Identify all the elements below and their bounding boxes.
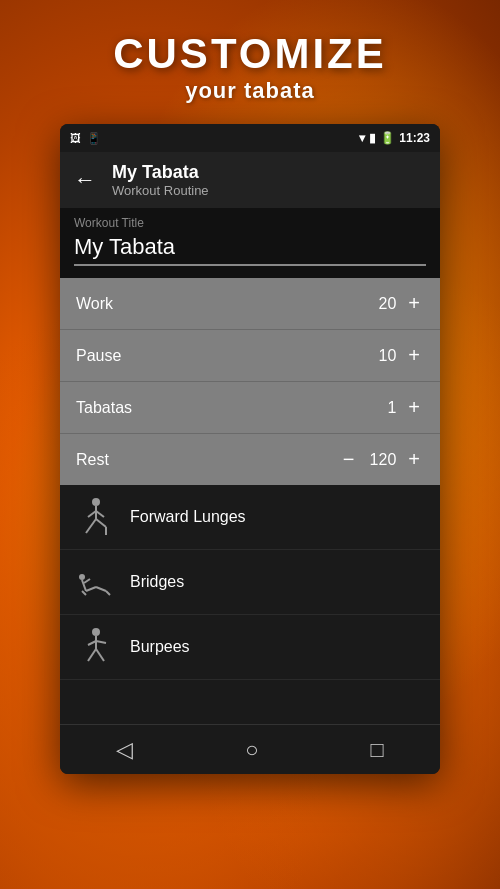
- back-button[interactable]: ←: [74, 167, 96, 193]
- app-bar-titles: My Tabata Workout Routine: [112, 162, 209, 198]
- svg-line-16: [88, 649, 96, 661]
- signal-icon: ▮: [369, 131, 376, 145]
- setting-value-tabatas: 1: [366, 399, 396, 417]
- nav-recent-button[interactable]: □: [371, 737, 384, 763]
- workout-title-input[interactable]: My Tabata: [74, 234, 426, 266]
- bridges-icon: [76, 562, 116, 602]
- svg-line-12: [82, 591, 86, 595]
- setting-row-tabatas: Tabatas 1 +: [60, 382, 440, 434]
- svg-line-5: [88, 511, 96, 517]
- setting-plus-tabatas[interactable]: +: [404, 396, 424, 419]
- setting-value-work: 20: [366, 295, 396, 313]
- app-bar-subtitle: Workout Routine: [112, 183, 209, 198]
- svg-line-10: [96, 587, 106, 591]
- nav-back-button[interactable]: ◁: [116, 737, 133, 763]
- exercise-row-bridges[interactable]: Bridges: [60, 550, 440, 615]
- setting-value-pause: 10: [366, 347, 396, 365]
- svg-line-6: [96, 511, 104, 517]
- status-bar-left: 🖼 📱: [70, 132, 101, 145]
- lunges-icon: [76, 497, 116, 537]
- top-text-section: CUSTOMIZE your tabata: [113, 0, 387, 104]
- battery-icon: 🔋: [380, 131, 395, 145]
- exercise-row-burpees[interactable]: Burpees: [60, 615, 440, 680]
- setting-minus-rest[interactable]: −: [339, 448, 359, 471]
- exercise-label-bridges: Bridges: [130, 573, 184, 591]
- setting-row-work: Work 20 +: [60, 278, 440, 330]
- svg-line-3: [96, 519, 106, 527]
- setting-plus-pause[interactable]: +: [404, 344, 424, 367]
- phone-frame: 🖼 📱 ▾ ▮ 🔋 11:23 ← My Tabata Workout Rout…: [60, 124, 440, 774]
- status-bar: 🖼 📱 ▾ ▮ 🔋 11:23: [60, 124, 440, 152]
- workout-title-section: Workout Title My Tabata: [60, 208, 440, 278]
- setting-plus-work[interactable]: +: [404, 292, 424, 315]
- customize-heading: CUSTOMIZE: [113, 30, 387, 78]
- exercise-label-burpees: Burpees: [130, 638, 190, 656]
- setting-controls-tabatas: 1 +: [366, 396, 424, 419]
- setting-controls-work: 20 +: [366, 292, 424, 315]
- svg-point-14: [92, 628, 100, 636]
- svg-point-7: [79, 574, 85, 580]
- setting-label-rest: Rest: [76, 451, 109, 469]
- svg-line-2: [86, 519, 96, 533]
- nav-bar: ◁ ○ □: [60, 724, 440, 774]
- svg-line-9: [86, 587, 96, 591]
- exercise-label-lunges: Forward Lunges: [130, 508, 246, 526]
- svg-line-18: [88, 641, 96, 645]
- setting-label-tabatas: Tabatas: [76, 399, 132, 417]
- svg-line-17: [96, 649, 104, 661]
- setting-label-work: Work: [76, 295, 113, 313]
- setting-label-pause: Pause: [76, 347, 121, 365]
- settings-section: Work 20 + Pause 10 + Tabatas 1 +: [60, 278, 440, 485]
- setting-controls-pause: 10 +: [366, 344, 424, 367]
- burpees-icon: [76, 627, 116, 667]
- svg-point-0: [92, 498, 100, 506]
- exercises-section: Forward Lunges Bridges: [60, 485, 440, 724]
- time-display: 11:23: [399, 131, 430, 145]
- svg-line-19: [96, 641, 106, 643]
- app-bar-title: My Tabata: [112, 162, 209, 183]
- exercise-row-lunges[interactable]: Forward Lunges: [60, 485, 440, 550]
- phone-status-icon: 📱: [87, 132, 101, 145]
- tabata-subheading: your tabata: [113, 78, 387, 104]
- svg-line-11: [106, 591, 110, 595]
- wifi-icon: ▾: [359, 131, 365, 145]
- app-bar: ← My Tabata Workout Routine: [60, 152, 440, 208]
- svg-line-13: [84, 579, 90, 583]
- status-bar-right: ▾ ▮ 🔋 11:23: [359, 131, 430, 145]
- setting-plus-rest[interactable]: +: [404, 448, 424, 471]
- workout-title-label: Workout Title: [74, 216, 426, 230]
- image-icon: 🖼: [70, 132, 81, 144]
- setting-row-pause: Pause 10 +: [60, 330, 440, 382]
- setting-controls-rest: − 120 +: [339, 448, 424, 471]
- nav-home-button[interactable]: ○: [245, 737, 258, 763]
- setting-row-rest: Rest − 120 +: [60, 434, 440, 485]
- page-wrapper: CUSTOMIZE your tabata 🖼 📱 ▾ ▮ 🔋 11:23 ← …: [0, 0, 500, 889]
- setting-value-rest: 120: [366, 451, 396, 469]
